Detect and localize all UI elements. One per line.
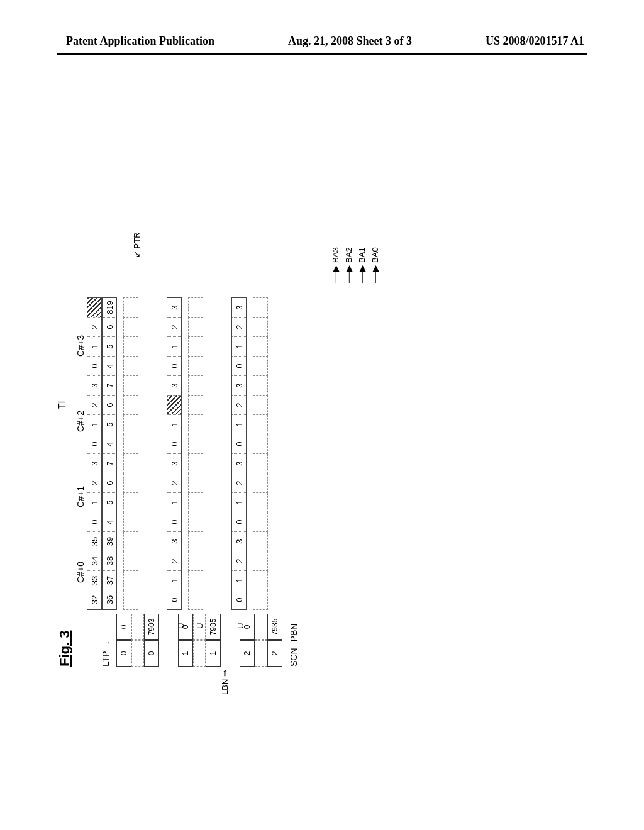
ba0: BA0 [370,247,380,263]
table-cell: 7935 [206,614,221,640]
dash-cell [123,415,138,434]
cell: 1 [232,492,246,512]
cell: 3 [167,298,181,317]
dash-cell [188,551,203,571]
ba3: BA3 [331,247,340,263]
cell: 3 [232,531,246,551]
cell: 0 [167,356,181,375]
block-set: 012301230130123 U [167,297,203,610]
data-row: 32 33 34 35 0 1 2 3 0 1 2 3 0 1 2 [87,297,102,610]
header-right: US 2008/0201517 A1 [486,35,584,48]
dash-cell [253,590,268,610]
dash-cell [188,376,203,396]
page-header: Patent Application Publication Aug. 21, … [0,35,644,48]
ba-item: ──▶ BA3 [331,247,340,283]
dash-cell [253,396,268,415]
cell: 0 [87,512,101,531]
cell: 6 [103,395,116,414]
dash-cell [123,297,138,318]
cell: 38 [103,551,116,570]
dash-cell [253,532,268,551]
cell: 3 [167,531,181,551]
dash-cell [188,590,203,610]
cell: 39 [103,531,116,551]
table-row: 0 7903 [144,614,159,667]
column-labels: SCN PBN [289,614,299,667]
dash-cell [188,337,203,357]
table-gap [193,640,206,667]
block-set: 0123012301230123 [231,297,268,610]
cell: 6 [103,317,116,336]
ptr-text: PTR [132,232,142,248]
dash-cell [188,493,203,512]
cell: 3 [232,453,246,473]
table-row: 2 7935 [267,614,282,667]
dash-cell [188,512,203,532]
dash-cell [253,376,268,396]
dash-cell [188,473,203,493]
cell: 2 [232,317,246,336]
cell: 7 [103,375,116,395]
cell: 3 [167,375,181,395]
cell: 2 [167,473,181,492]
dash-cell [253,473,268,493]
cell: 1 [232,414,246,434]
dash-cell [188,396,203,415]
cell: 2 [87,473,101,492]
data-row: 012301230130123 [167,297,182,610]
figure-3: Fig. 3 LTP ↓ TI 0 0 0 7903 1 0 1 7935 2 … [57,226,623,667]
cell: 5 [103,492,116,512]
header-center: Aug. 21, 2008 Sheet 3 of 3 [288,35,412,48]
table-cell: 2 [240,640,255,667]
cell: 0 [232,434,246,453]
cell: 0 [232,356,246,375]
table-gap [255,614,267,640]
dash-cell [188,318,203,337]
ba-item: ──▶ BA1 [357,247,367,283]
dash-cell [253,571,268,590]
table-cell: 0 [116,614,131,640]
cell: 6 [103,473,116,492]
dash-cell [123,512,138,532]
cell: 5 [103,414,116,434]
pbn-label: PBN [289,624,299,642]
cell: 37 [103,570,116,590]
cell: 1 [167,414,181,434]
dash-cell [253,493,268,512]
table-cell: 7903 [144,614,159,640]
ptr-arrow-icon: ↙ [132,251,142,258]
scn-label: SCN [289,648,299,667]
dash-cell [253,337,268,357]
chip-header: C#+2 [75,384,87,459]
dash-cell [123,396,138,415]
cell: 32 [87,590,101,609]
cell: 1 [167,336,181,356]
ba1: BA1 [357,247,367,263]
cell: 3 [232,298,246,317]
dash-cell [188,415,203,434]
ltp-arrow-icon: ↓ [101,641,111,645]
dash-cell [253,551,268,571]
dash-cell [253,434,268,454]
cell: 7 [103,453,116,473]
ba-item: ──▶ BA0 [370,247,380,283]
dash-cell [123,551,138,571]
cell: 0 [87,356,101,375]
cell: 3 [87,453,101,473]
table-row: 2 0 [240,614,255,667]
u-label: U [195,623,204,629]
table-cell: 1 [206,640,221,667]
dashed-row [123,297,138,610]
dash-cell [123,532,138,551]
cell: 819 [103,298,116,317]
dash-cell [123,434,138,454]
chip-headers: C#+0 C#+1 C#+2 C#+3 [75,297,87,610]
cell: 36 [103,590,116,609]
dashed-row [188,297,203,610]
dash-cell [188,357,203,376]
cell: 2 [167,551,181,570]
dash-cell [123,454,138,473]
cell: 1 [87,336,101,356]
dash-cell [123,318,138,337]
dash-cell [253,512,268,532]
